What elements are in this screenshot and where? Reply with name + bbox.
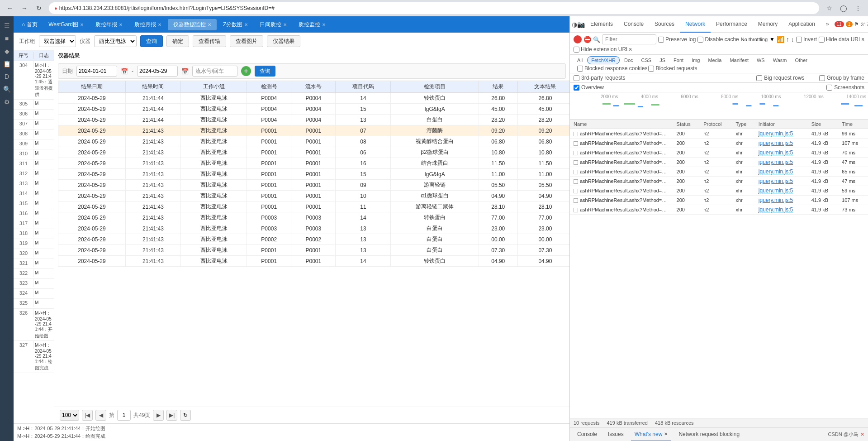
blocked-cookies-checkbox[interactable]: Blocked response cookies [577, 65, 647, 72]
network-row[interactable]: ashRPMachineResult.ashx?Method=QryRPMach… [570, 196, 868, 205]
devtools-tab-sources[interactable]: Sources [649, 16, 680, 33]
serial-filter-input[interactable] [192, 66, 237, 77]
record-button[interactable] [574, 35, 582, 43]
transmit-button[interactable]: 查看传输 [193, 35, 226, 47]
filter-css[interactable]: CSS [638, 57, 655, 64]
devtools-tab-console[interactable]: Console [618, 16, 649, 33]
overview-checkbox[interactable]: Overview [574, 84, 604, 91]
initiator-link[interactable]: jquery.min.js:5 [759, 168, 793, 175]
devtools-device-button[interactable]: 📷 [577, 18, 585, 31]
upload-icon[interactable]: ↑ [786, 36, 789, 43]
table-row[interactable]: 2024-05-2921:41:43西比亚电泳P0001P000110α1微球蛋… [58, 191, 570, 201]
devtools-tab-more[interactable]: » [821, 16, 835, 33]
back-button[interactable]: ← [4, 2, 16, 14]
whats-new-close[interactable]: ✕ [664, 431, 668, 436]
calendar-icon-to[interactable]: 📅 [181, 68, 189, 75]
filter-all[interactable]: All [574, 57, 586, 64]
table-row[interactable]: 2024-05-2921:41:43西比亚电泳P0001P000108视黄醇结合… [58, 136, 570, 147]
sidebar-icon-4[interactable]: 📋 [1, 58, 13, 70]
tab-instrument-close[interactable]: ✕ [208, 22, 211, 27]
col-size[interactable]: Size [808, 120, 838, 129]
sidebar-icon-5[interactable]: D [1, 71, 13, 82]
network-row[interactable]: ashRPMachineResult.ashx?Method=QryRPMach… [570, 148, 868, 158]
disable-cache-checkbox[interactable]: Disable cache [697, 36, 739, 43]
devtools-inspect-button[interactable]: ◑ [572, 18, 577, 31]
calendar-icon-from[interactable]: 📅 [121, 68, 128, 75]
tab-qc-close[interactable]: ✕ [322, 22, 326, 27]
table-row[interactable]: 2024-05-2921:41:43西比亚电泳P0002P000213白蛋白00… [58, 234, 570, 245]
table-row[interactable]: 2024-05-2921:41:44西比亚电泳P0004P000415IgG&I… [58, 104, 570, 115]
filter-query-button[interactable]: 查询 [255, 66, 275, 77]
col-name[interactable]: Name [570, 120, 673, 129]
filter-media[interactable]: Media [704, 57, 725, 64]
table-row[interactable]: 2024-05-2921:41:44西比亚电泳P0004P000414转铁蛋白2… [58, 93, 570, 104]
table-row[interactable]: 2024-05-2921:41:43西比亚电泳P0003P000313白蛋白23… [58, 223, 570, 234]
page-number-input[interactable] [117, 410, 131, 421]
big-rows-checkbox[interactable]: Big request rows [756, 75, 804, 81]
table-row[interactable]: 2024-05-2921:41:43西比亚电泳P0001P000107溶菌酶09… [58, 125, 570, 136]
image-button[interactable]: 查看图片 [230, 35, 263, 47]
filter-ws[interactable]: WS [753, 57, 768, 64]
table-row[interactable]: 2024-05-2921:41:43西比亚电泳P0001P000111游离轻链二… [58, 201, 570, 212]
filter-js[interactable]: JS [656, 57, 669, 64]
profile-button[interactable]: ◯ [837, 2, 850, 14]
tab-home[interactable]: ⌂ 首页 [17, 19, 42, 30]
menu-button[interactable]: ⋮ [852, 2, 864, 14]
bottom-tab-whats-new[interactable]: What's new ✕ [631, 428, 672, 441]
work-group-select[interactable]: 双击选择 [39, 35, 76, 47]
devtools-tab-application[interactable]: Application [783, 16, 821, 33]
table-row[interactable]: 2024-05-2921:41:43西比亚电泳P0001P000113白蛋白07… [58, 245, 570, 256]
col-status[interactable]: Status [673, 120, 700, 129]
tab-daily-close[interactable]: ✕ [283, 22, 287, 27]
table-row[interactable]: 2024-05-2921:41:43西比亚电泳P0003P000314转铁蛋白7… [58, 212, 570, 223]
group-frame-checkbox[interactable]: Group by frame [819, 75, 864, 81]
tab-monthly[interactable]: 质控月报 ✕ [129, 19, 167, 30]
tab-zscore-close[interactable]: ✕ [244, 22, 248, 27]
col-type[interactable]: Type [732, 120, 754, 129]
initiator-link[interactable]: jquery.min.js:5 [759, 206, 793, 213]
network-row[interactable]: ashRPMachineResult.ashx?Method=QryRPMach… [570, 129, 868, 139]
date-to-input[interactable] [137, 66, 178, 77]
table-row[interactable]: 2024-05-2921:41:43西比亚电泳P0001P000116结合珠蛋白… [58, 158, 570, 169]
invert-checkbox[interactable]: Invert [796, 36, 817, 43]
tab-annual-close[interactable]: ✕ [119, 22, 123, 27]
tab-monthly-close[interactable]: ✕ [158, 22, 161, 27]
last-page-button[interactable]: ▶| [166, 410, 177, 421]
network-row[interactable]: ashRPMachineResult.ashx?Method=QryRPMach… [570, 139, 868, 148]
table-row[interactable]: 2024-05-2921:41:43西比亚电泳P0001P000106β2微球蛋… [58, 147, 570, 158]
col-protocol[interactable]: Protocol [700, 120, 732, 129]
initiator-link[interactable]: jquery.min.js:5 [759, 187, 793, 194]
table-row[interactable]: 2024-05-2921:41:43西比亚电泳P0001P000114转铁蛋白0… [58, 256, 570, 267]
tab-westgard[interactable]: WestGard图 ✕ [43, 19, 89, 30]
blocked-requests-checkbox[interactable]: Blocked requests [648, 65, 697, 72]
query-button[interactable]: 查询 [140, 35, 163, 47]
tab-westgard-close[interactable]: ✕ [80, 22, 84, 27]
sidebar-icon-3[interactable]: ◆ [1, 45, 13, 57]
date-from-input[interactable] [76, 66, 117, 77]
prev-page-button[interactable]: ◀ [95, 410, 106, 421]
refresh-button[interactable]: ↻ [180, 410, 191, 421]
initiator-link[interactable]: jquery.min.js:5 [759, 159, 793, 165]
initiator-link[interactable]: jquery.min.js:5 [759, 149, 793, 156]
forward-button[interactable]: → [18, 2, 31, 14]
bottom-tab-network-blocking[interactable]: Network request blocking [675, 428, 743, 441]
filter-doc[interactable]: Doc [621, 57, 637, 64]
devtools-tab-network[interactable]: Network [680, 16, 711, 33]
tab-qc[interactable]: 质控监控 ✕ [293, 19, 331, 30]
network-row[interactable]: ashRPMachineResult.ashx?Method=QryRPMach… [570, 158, 868, 167]
table-row[interactable]: 2024-05-2921:41:44西比亚电泳P0004P000413白蛋白28… [58, 115, 570, 125]
result-button[interactable]: 仪器结果 [267, 35, 300, 47]
sidebar-icon-1[interactable]: ☰ [1, 20, 13, 32]
first-page-button[interactable]: |◀ [82, 410, 93, 421]
throttling-control[interactable]: No throttling ▼ [741, 36, 775, 43]
tab-annual[interactable]: 质控年报 ✕ [90, 19, 128, 30]
devtools-tab-performance[interactable]: Performance [711, 16, 753, 33]
tab-instrument[interactable]: 仪器数据监控 ✕ [168, 19, 217, 30]
initiator-link[interactable]: jquery.min.js:5 [759, 178, 793, 184]
network-filter-input[interactable] [602, 34, 656, 44]
screenshots-checkbox[interactable]: Screenshots [826, 84, 864, 91]
per-page-select[interactable]: 100 [60, 410, 79, 421]
instrument-select[interactable]: 西比亚电泳 [94, 35, 137, 47]
network-row[interactable]: ashRPMachineResult.ashx?Method=QryRPMach… [570, 177, 868, 186]
clear-button[interactable]: ⛔ [583, 36, 591, 43]
